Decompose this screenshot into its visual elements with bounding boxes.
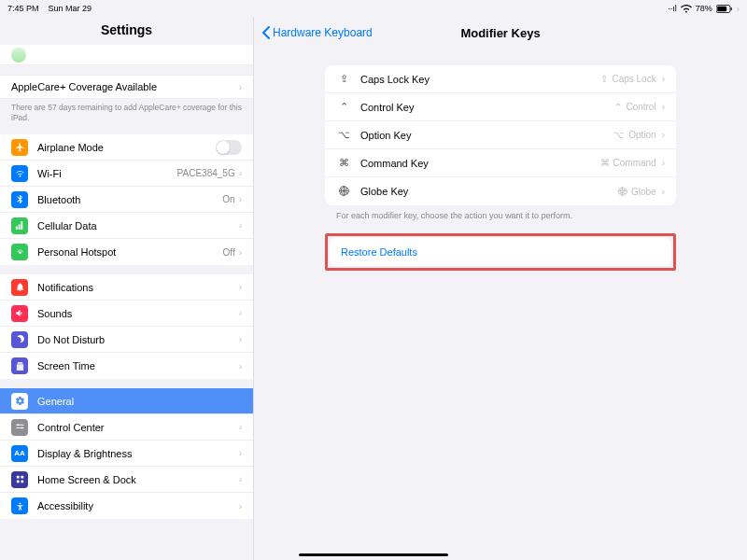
- chevron-right-icon: ›: [239, 308, 242, 318]
- modifier-keys-card: ⇪ Caps Lock Key ⇪Caps Lock › ⌃ Control K…: [325, 65, 676, 205]
- restore-defaults-button[interactable]: Restore Defaults: [330, 238, 671, 266]
- chevron-right-icon: ›: [239, 194, 242, 204]
- svg-rect-8: [16, 476, 19, 479]
- row-globe[interactable]: 🌐︎ Globe Key 🌐︎Globe ›: [325, 177, 676, 205]
- avatar: [11, 48, 26, 63]
- status-bar: 7:45 PM Sun Mar 29 ··ıl 78% ›: [0, 0, 747, 17]
- sidebar-title: Settings: [0, 17, 253, 45]
- chevron-right-icon: ›: [662, 74, 665, 84]
- charging-icon: ›: [737, 4, 740, 14]
- wifi-label: Wi-Fi: [37, 168, 177, 179]
- sidebar-item-display[interactable]: AA Display & Brightness ›: [0, 441, 253, 467]
- row-option[interactable]: ⌥ Option Key ⌥Option ›: [325, 121, 676, 149]
- svg-point-12: [19, 502, 21, 504]
- chevron-right-icon: ›: [662, 102, 665, 112]
- dnd-label: Do Not Disturb: [37, 334, 239, 345]
- sidebar-item-accessibility[interactable]: Accessibility ›: [0, 493, 253, 519]
- detail-pane: Hardware Keyboard Modifier Keys ⇪ Caps L…: [254, 17, 747, 560]
- option-icon: ⌥: [336, 129, 351, 141]
- globe-value: 🌐︎Globe: [618, 187, 656, 197]
- sidebar-item-dnd[interactable]: Do Not Disturb ›: [0, 327, 253, 353]
- notifications-label: Notifications: [37, 282, 239, 293]
- sidebar-item-hotspot[interactable]: Personal Hotspot Off ›: [0, 239, 253, 265]
- airplane-icon: [11, 139, 28, 156]
- battery-pct: 78%: [696, 4, 712, 13]
- row-control[interactable]: ⌃ Control Key ⌃Control ›: [325, 93, 676, 121]
- option-value: ⌥Option: [613, 130, 655, 140]
- row-command[interactable]: ⌘ Command Key ⌘Command ›: [325, 149, 676, 177]
- applecare-row[interactable]: AppleCare+ Coverage Available ›: [0, 75, 253, 99]
- settings-sidebar: Settings AppleCare+ Coverage Available ›…: [0, 17, 254, 560]
- status-time: 7:45 PM: [7, 4, 39, 13]
- svg-rect-5: [16, 425, 23, 426]
- sidebar-item-cellular[interactable]: Cellular Data ›: [0, 213, 253, 239]
- display-label: Display & Brightness: [37, 448, 239, 459]
- globe-label: Globe Key: [360, 186, 618, 197]
- command-icon: ⌘: [336, 157, 351, 169]
- wifi-icon-box: [11, 165, 28, 182]
- airplane-label: Airplane Mode: [37, 142, 216, 153]
- detail-header: Hardware Keyboard Modifier Keys: [254, 17, 747, 49]
- applecare-note: There are 57 days remaining to add Apple…: [0, 99, 253, 125]
- general-label: General: [37, 396, 242, 407]
- account-row[interactable]: [0, 45, 253, 65]
- applecare-label: AppleCare+ Coverage Available: [11, 81, 239, 92]
- hotspot-icon: [11, 244, 28, 260]
- modifier-footer-note: For each modifier key, choose the action…: [325, 211, 676, 220]
- svg-rect-7: [16, 427, 23, 428]
- svg-rect-2: [730, 7, 731, 10]
- chevron-left-icon: [261, 26, 271, 39]
- screentime-label: Screen Time: [37, 360, 239, 371]
- sidebar-item-control-center[interactable]: Control Center ›: [0, 414, 253, 441]
- chevron-right-icon: ›: [239, 220, 242, 231]
- svg-point-3: [19, 251, 21, 254]
- sidebar-item-bluetooth[interactable]: Bluetooth On ›: [0, 187, 253, 213]
- svg-rect-10: [16, 481, 19, 483]
- cellular-icon: [11, 217, 28, 234]
- dnd-icon: [11, 331, 28, 348]
- chevron-right-icon: ›: [662, 130, 665, 140]
- caps-lock-label: Caps Lock Key: [360, 74, 600, 85]
- home-indicator[interactable]: [299, 553, 448, 556]
- control-value: ⌃Control: [614, 102, 655, 112]
- bluetooth-value: On: [222, 194, 234, 204]
- command-value: ⌘Command: [600, 158, 656, 168]
- sidebar-item-airplane[interactable]: Airplane Mode: [0, 134, 253, 161]
- status-left: 7:45 PM Sun Mar 29: [7, 4, 92, 13]
- status-date: Sun Mar 29: [49, 4, 92, 13]
- sidebar-item-home-screen[interactable]: Home Screen & Dock ›: [0, 467, 253, 493]
- chevron-right-icon: ›: [239, 422, 242, 432]
- home-screen-icon: [11, 471, 28, 488]
- sidebar-item-general[interactable]: General: [0, 388, 253, 414]
- chevron-right-icon: ›: [239, 82, 242, 92]
- back-button[interactable]: Hardware Keyboard: [261, 26, 373, 39]
- chevron-right-icon: ›: [662, 187, 665, 197]
- chevron-right-icon: ›: [239, 247, 242, 258]
- sidebar-item-notifications[interactable]: Notifications ›: [0, 274, 253, 301]
- airplane-toggle[interactable]: [216, 140, 242, 155]
- detail-title: Modifier Keys: [460, 26, 540, 40]
- sidebar-item-wifi[interactable]: Wi-Fi PACE384_5G ›: [0, 161, 253, 187]
- chevron-right-icon: ›: [239, 361, 242, 371]
- chevron-right-icon: ›: [239, 474, 242, 484]
- wifi-value: PACE384_5G: [177, 168, 235, 178]
- control-icon: ⌃: [336, 101, 351, 113]
- svg-rect-1: [717, 6, 726, 11]
- row-caps-lock[interactable]: ⇪ Caps Lock Key ⇪Caps Lock ›: [325, 65, 676, 93]
- cell-signal-icon: ··ıl: [668, 4, 677, 13]
- sidebar-item-sounds[interactable]: Sounds ›: [0, 301, 253, 327]
- screentime-icon: [11, 357, 28, 374]
- svg-rect-11: [21, 481, 23, 483]
- restore-label: Restore Defaults: [341, 246, 417, 258]
- option-label: Option Key: [360, 130, 613, 141]
- bluetooth-icon: [11, 191, 28, 208]
- caps-lock-value: ⇪Caps Lock: [600, 74, 655, 84]
- chevron-right-icon: ›: [239, 334, 242, 344]
- chevron-right-icon: ›: [239, 501, 242, 511]
- wifi-icon: [681, 5, 692, 13]
- display-icon: AA: [11, 445, 28, 462]
- general-icon: [11, 393, 28, 410]
- sidebar-item-screentime[interactable]: Screen Time ›: [0, 353, 253, 379]
- sounds-icon: [11, 305, 28, 322]
- status-right: ··ıl 78% ›: [668, 4, 740, 14]
